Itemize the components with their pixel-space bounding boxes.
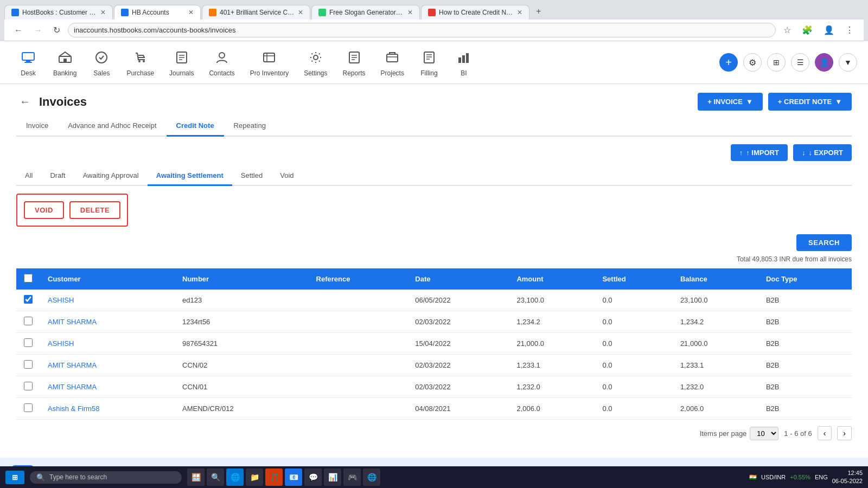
delete-button[interactable]: DELETE [69,201,120,219]
row-reference-0 [309,290,408,311]
customer-link-0[interactable]: ASHISH [48,296,74,304]
browser-tab-5[interactable]: How to Create Credit Note - Goo... ✕ [421,5,529,20]
row-checkbox-0[interactable] [24,295,33,304]
nav-item-reports[interactable]: Reports [335,44,373,80]
sub-tab-void[interactable]: Void [271,166,302,186]
tab-close-1[interactable]: ✕ [100,9,106,16]
grid-action-icon[interactable]: ⊞ [767,53,786,72]
profile-action-icon[interactable]: 👤 [815,53,833,72]
customer-link-1[interactable]: AMIT SHARMA [48,318,97,326]
browser-tab-1[interactable]: HostBooks : Customer Portal ✕ [4,5,113,20]
row-settled-3: 0.0 [595,355,672,376]
table-row: ASHISH ed123 06/05/2022 23,100.0 0.0 23,… [16,290,852,311]
taskbar-app-4[interactable]: 📁 [246,468,263,486]
new-invoice-button[interactable]: + INVOICE ▼ [698,93,763,111]
add-new-button[interactable]: + [719,53,738,72]
row-checkbox-4[interactable] [24,382,33,390]
browser-refresh-btn[interactable]: ↻ [50,24,63,36]
sub-tab-all[interactable]: All [16,166,41,186]
nav-item-banking[interactable]: Banking [46,44,84,80]
taskbar-app-9[interactable]: 🎮 [343,468,361,486]
taskbar-search-input[interactable] [49,473,158,481]
gear-action-icon[interactable]: ⚙ [743,53,762,72]
items-per-page-select[interactable]: 10 25 50 [750,427,778,440]
address-bar-input[interactable] [68,23,776,37]
sub-tab-settled[interactable]: Settled [232,166,271,186]
extensions-btn[interactable]: 🧩 [799,24,816,36]
search-button[interactable]: SEARCH [796,234,852,251]
taskbar-search-box[interactable]: 🔍 [30,471,182,484]
row-checkbox-cell [16,311,40,333]
taskbar-app-3[interactable]: 🌐 [226,468,244,486]
row-checkbox-3[interactable] [24,360,33,369]
customer-link-5[interactable]: Ashish & Firm58 [48,404,99,413]
taskbar-app-5[interactable]: 🎵 [265,468,283,486]
col-customer: Customer [40,268,175,290]
export-button[interactable]: ↓ ↓ EXPORT [793,144,852,161]
profile-btn[interactable]: 👤 [820,24,838,36]
nav-item-contacts[interactable]: Contacts [201,44,242,80]
prev-page-button[interactable]: ‹ [818,426,832,440]
browser-tab-3[interactable]: 401+ Brilliant Service Company... ✕ [202,5,310,20]
tab-close-2[interactable]: ✕ [188,9,194,16]
nav-item-settings[interactable]: Settings [296,44,335,80]
nav-item-projects[interactable]: Projects [373,44,412,80]
tab-close-4[interactable]: ✕ [407,9,413,16]
col-number: Number [175,268,309,290]
svg-point-5 [96,52,107,63]
customer-link-4[interactable]: AMIT SHARMA [48,383,97,391]
browser-back-btn[interactable]: ← [11,24,26,36]
taskbar-app-8[interactable]: 📊 [324,468,341,486]
new-credit-note-button[interactable]: + CREDIT NOTE ▼ [768,93,852,111]
nav-item-desk[interactable]: Desk [11,44,46,80]
tab-advance-adhoc[interactable]: Advance and Adhoc Receipt [58,116,166,137]
tab-favicon-4 [318,9,326,16]
nav-item-bi[interactable]: BI [446,44,481,80]
tab-credit-note[interactable]: Credit Note [167,116,224,137]
tab-invoice[interactable]: Invoice [16,116,58,137]
tab-close-3[interactable]: ✕ [298,9,303,16]
start-button[interactable]: ⊞ [5,471,24,484]
sub-tab-draft[interactable]: Draft [41,166,74,186]
tab-close-5[interactable]: ✕ [517,9,522,16]
browser-tab-2[interactable]: HB Accounts ✕ [114,5,201,20]
browser-tab-4[interactable]: Free Slogan Generator - Online T... ✕ [311,5,420,20]
nav-item-pro-inventory[interactable]: Pro Inventory [242,44,296,80]
select-all-checkbox[interactable] [24,274,33,282]
row-doc-type-3: B2B [758,355,852,376]
new-tab-button[interactable]: + [531,3,546,20]
sub-tab-awaiting-settlement[interactable]: Awaiting Settlement [148,166,232,186]
void-button[interactable]: VOID [24,201,64,219]
list-action-icon[interactable]: ☰ [791,53,809,72]
purchase-label: Purchase [126,69,154,77]
browser-forward-btn[interactable]: → [30,24,46,36]
nav-item-sales[interactable]: Sales [84,44,119,80]
row-balance-3: 1,233.1 [673,355,758,376]
tab-repeating[interactable]: Repeating [224,116,276,137]
customer-link-2[interactable]: ASHISH [48,339,74,348]
next-page-button[interactable]: › [837,426,852,440]
row-checkbox-2[interactable] [24,338,33,347]
taskbar-clock: 12:45 [832,469,863,477]
contacts-label: Contacts [209,69,234,77]
taskbar-app-7[interactable]: 💬 [304,468,322,486]
row-number-4: CCN/01 [175,376,309,398]
row-reference-1 [309,311,408,333]
expand-action-icon[interactable]: ▼ [839,53,857,72]
back-button[interactable]: ← [16,94,34,109]
bookmark-btn[interactable]: ☆ [780,24,794,36]
taskbar-app-10[interactable]: 🌐 [363,468,380,486]
row-checkbox-5[interactable] [24,403,33,412]
row-checkbox-1[interactable] [24,317,33,325]
row-checkbox-cell [16,376,40,398]
nav-item-journals[interactable]: Journals [162,44,201,80]
taskbar-app-6[interactable]: 📧 [285,468,302,486]
import-button[interactable]: ↑ ↑ IMPORT [731,144,788,161]
customer-link-3[interactable]: AMIT SHARMA [48,361,97,369]
nav-item-purchase[interactable]: Purchase [119,44,162,80]
sub-tab-awaiting-approval[interactable]: Awaiting Approval [74,166,148,186]
taskbar-app-2[interactable]: 🔍 [207,468,224,486]
menu-btn[interactable]: ⋮ [842,24,857,36]
taskbar-app-1[interactable]: 🪟 [187,468,205,486]
nav-item-filling[interactable]: Filling [412,44,446,80]
